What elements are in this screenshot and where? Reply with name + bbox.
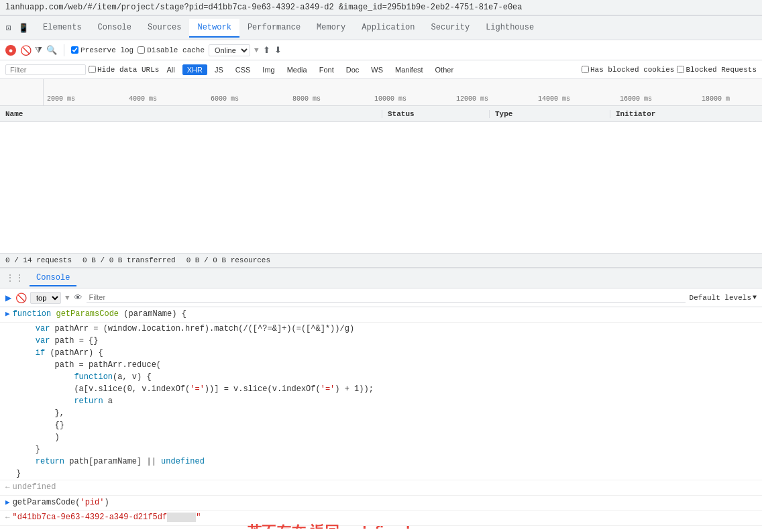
preserve-log-checkbox[interactable]: Preserve log bbox=[71, 46, 133, 54]
console-result-pid: ← "d41bb7ca-9e63-4392-a349-d21f5df " bbox=[0, 511, 762, 526]
tab-network[interactable]: Network bbox=[189, 19, 239, 38]
filter-all[interactable]: All bbox=[162, 64, 179, 75]
col-header-type[interactable]: Type bbox=[490, 110, 610, 118]
filter-other[interactable]: Other bbox=[431, 64, 459, 75]
filter-input[interactable] bbox=[5, 64, 86, 75]
search-button[interactable]: 🔍 bbox=[46, 45, 57, 55]
tab-console[interactable]: Console bbox=[90, 19, 140, 38]
result-arrow-pid: ← bbox=[5, 511, 10, 525]
console-run-button[interactable]: ▶ bbox=[5, 293, 11, 303]
drag-handle[interactable]: ⋮⋮ bbox=[5, 272, 24, 284]
tick-8000: 8000 ms bbox=[292, 95, 321, 103]
col-header-initiator[interactable]: Initiator bbox=[610, 110, 762, 118]
default-levels[interactable]: Default levels ▼ bbox=[690, 294, 757, 302]
tick-4000: 4000 ms bbox=[129, 95, 157, 103]
input-arrow-1: ▶ bbox=[5, 496, 10, 510]
filter-ws[interactable]: WS bbox=[366, 64, 388, 75]
tick-6000: 6000 ms bbox=[211, 95, 239, 103]
console-section: ⋮⋮ Console ▶ 🚫 top ▼ 👁 Default levels ▼ … bbox=[0, 267, 762, 529]
device-icon[interactable]: 📱 bbox=[17, 22, 30, 34]
console-tab[interactable]: Console bbox=[30, 270, 76, 286]
tick-10000: 10000 ms bbox=[374, 95, 406, 103]
expand-arrow[interactable]: ▶ bbox=[5, 308, 10, 321]
input-arrow-pidd: ▶ bbox=[5, 527, 10, 529]
eye-button[interactable]: 👁 bbox=[74, 292, 83, 303]
resources-size: 0 B / 0 B resources bbox=[186, 256, 270, 264]
download-button[interactable]: ⬇ bbox=[274, 45, 282, 55]
filter-manifest[interactable]: Manifest bbox=[390, 64, 428, 75]
toolbar-separator bbox=[64, 44, 64, 56]
filter-js[interactable]: JS bbox=[210, 64, 228, 75]
network-status-bar: 0 / 14 requests 0 B / 0 B transferred 0 … bbox=[0, 253, 762, 267]
tick-18000: 18000 m bbox=[702, 95, 730, 103]
filter-img[interactable]: Img bbox=[258, 64, 279, 75]
clear-button[interactable]: 🚫 bbox=[20, 45, 31, 56]
blocked-requests-checkbox[interactable]: Blocked Requests bbox=[677, 66, 757, 74]
tick-12000: 12000 ms bbox=[456, 95, 488, 103]
devtools-panel: ⊡ 📱 Elements Console Sources Network Per… bbox=[0, 15, 762, 529]
function-body: var pathArr = (window.location.href).mat… bbox=[0, 323, 762, 480]
console-toolbar: ▶ 🚫 top ▼ 👁 Default levels ▼ bbox=[0, 288, 762, 307]
network-toolbar: ● 🚫 ⧩ 🔍 Preserve log Disable cache Onlin… bbox=[0, 40, 762, 60]
timeline-ticks: 2000 ms 4000 ms 6000 ms 8000 ms 10000 ms… bbox=[44, 79, 762, 105]
filter-bar: Hide data URLs All XHR JS CSS Img Media … bbox=[0, 60, 762, 79]
tab-sources[interactable]: Sources bbox=[140, 19, 189, 38]
col-header-status[interactable]: Status bbox=[382, 110, 490, 118]
console-line-function: ▶ function getParamsCode (paramName) { bbox=[0, 307, 762, 323]
timeline-spacer bbox=[0, 79, 44, 105]
has-blocked-cookies-checkbox[interactable]: Has blocked cookies bbox=[582, 66, 674, 74]
url-text: lanhuapp.com/web/#/item/project/stage?pi… bbox=[5, 3, 523, 12]
devtools-tab-bar: ⊡ 📱 Elements Console Sources Network Per… bbox=[0, 16, 762, 40]
devtools-icons: ⊡ 📱 bbox=[3, 22, 30, 34]
tab-performance[interactable]: Performance bbox=[239, 19, 309, 38]
disable-cache-checkbox[interactable]: Disable cache bbox=[138, 46, 205, 54]
console-input-pidd: ▶ getParamsCode('pidd') 若不存在,返回undefined bbox=[0, 526, 762, 529]
table-body bbox=[0, 122, 762, 253]
hide-data-urls-checkbox[interactable]: Hide data URLs bbox=[89, 66, 159, 74]
console-tab-bar: ⋮⋮ Console bbox=[0, 268, 762, 288]
tab-security[interactable]: Security bbox=[423, 19, 478, 38]
record-button[interactable]: ● bbox=[5, 45, 16, 56]
tab-application[interactable]: Application bbox=[353, 19, 423, 38]
filter-doc[interactable]: Doc bbox=[341, 64, 364, 75]
context-select[interactable]: top bbox=[30, 292, 61, 304]
tick-14000: 14000 ms bbox=[538, 95, 570, 103]
tick-16000: 16000 ms bbox=[620, 95, 652, 103]
col-header-name[interactable]: Name bbox=[0, 110, 382, 118]
filter-css[interactable]: CSS bbox=[231, 64, 256, 75]
requests-count: 0 / 14 requests bbox=[5, 256, 72, 264]
filter-xhr[interactable]: XHR bbox=[182, 64, 207, 75]
tab-lighthouse[interactable]: Lighthouse bbox=[478, 19, 542, 38]
inspect-icon[interactable]: ⊡ bbox=[3, 22, 15, 34]
network-table: Name Status Type Initiator bbox=[0, 106, 762, 253]
filter-font[interactable]: Font bbox=[315, 64, 339, 75]
filter-media[interactable]: Media bbox=[282, 64, 312, 75]
upload-button[interactable]: ⬆ bbox=[263, 45, 270, 55]
result-arrow-1: ← bbox=[5, 481, 10, 494]
tick-2000: 2000 ms bbox=[47, 95, 75, 103]
timeline-bar: 2000 ms 4000 ms 6000 ms 8000 ms 10000 ms… bbox=[0, 79, 762, 106]
url-bar[interactable]: lanhuapp.com/web/#/item/project/stage?pi… bbox=[0, 0, 762, 15]
console-output: ▶ function getParamsCode (paramName) { v… bbox=[0, 307, 762, 529]
console-result-undefined-1: ← undefined bbox=[0, 480, 762, 496]
console-clear-button[interactable]: 🚫 bbox=[15, 292, 26, 303]
tab-memory[interactable]: Memory bbox=[309, 19, 353, 38]
throttle-select[interactable]: Online bbox=[209, 44, 250, 56]
tab-elements[interactable]: Elements bbox=[35, 19, 90, 38]
console-filter-input[interactable] bbox=[87, 292, 686, 303]
table-header: Name Status Type Initiator bbox=[0, 106, 762, 122]
filter-toggle-button[interactable]: ⧩ bbox=[35, 45, 42, 56]
transferred-size: 0 B / 0 B transferred bbox=[83, 256, 176, 264]
console-input-pid: ▶ getParamsCode('pid') bbox=[0, 496, 762, 511]
